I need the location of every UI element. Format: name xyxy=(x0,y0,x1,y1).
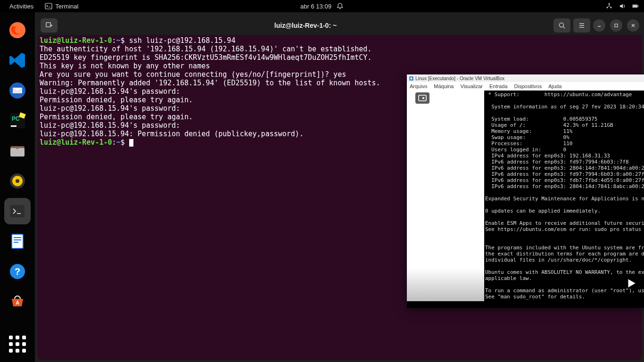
pip-body: * Support: https://ubuntu.com/advantage … xyxy=(407,90,644,301)
ubuntu-dock: PC ? A xyxy=(0,12,35,362)
svg-rect-30 xyxy=(615,24,618,27)
svg-rect-14 xyxy=(10,148,25,156)
volume-icon xyxy=(619,2,626,10)
dock-rhythmbox[interactable] xyxy=(4,168,31,194)
dock-terminal[interactable] xyxy=(4,198,31,224)
thunderbird-icon xyxy=(8,81,27,100)
dock-software[interactable]: A xyxy=(4,288,31,315)
activities-label: Activities xyxy=(9,3,33,10)
svg-rect-28 xyxy=(46,23,50,27)
menu-button[interactable] xyxy=(573,18,590,33)
vscode-icon xyxy=(8,51,27,70)
svg-rect-33 xyxy=(419,95,426,101)
search-button[interactable] xyxy=(553,18,570,33)
terminal-icon xyxy=(45,2,52,10)
vm-terminal-output: * Support: https://ubuntu.com/advantage … xyxy=(484,90,644,301)
apps-grid-icon xyxy=(9,336,26,353)
new-tab-icon xyxy=(45,22,53,29)
expand-icon xyxy=(418,95,427,101)
dock-pycharm[interactable]: PC xyxy=(4,107,31,134)
close-icon xyxy=(631,23,636,28)
system-status-area[interactable] xyxy=(605,2,639,10)
dock-thunderbird[interactable] xyxy=(4,77,31,104)
bell-icon[interactable] xyxy=(336,2,344,10)
vm-menu-maquina[interactable]: Máquina xyxy=(434,83,454,89)
vm-menu-ajuda[interactable]: Ajuda xyxy=(548,83,561,89)
pip-overlay[interactable]: Linux [Executando] - Oracle VM VirtualBo… xyxy=(407,74,644,308)
close-button[interactable] xyxy=(627,19,639,32)
minimize-icon xyxy=(597,23,602,28)
pip-play-button[interactable] xyxy=(625,277,637,293)
software-icon: A xyxy=(8,292,27,311)
dock-vscode[interactable] xyxy=(4,47,31,74)
svg-rect-20 xyxy=(12,234,23,248)
virtualbox-icon xyxy=(409,76,414,81)
svg-point-29 xyxy=(560,23,564,27)
hamburger-icon xyxy=(578,22,586,29)
window-title: luiz@luiz-Rev-1-0: ~ xyxy=(60,22,551,29)
vm-menu-entrada[interactable]: Entrada xyxy=(489,83,508,89)
network-icon xyxy=(605,2,613,10)
vm-menubar: Arquivo Máquina Visualizar Entrada Dispo… xyxy=(407,82,644,90)
vm-menu-visualizar[interactable]: Visualizar xyxy=(461,83,483,89)
pycharm-icon: PC xyxy=(8,111,27,130)
svg-rect-32 xyxy=(410,77,412,79)
pip-fade-overlay xyxy=(407,268,484,301)
svg-text:A: A xyxy=(16,300,19,305)
svg-rect-11 xyxy=(11,125,17,127)
pip-left-panel xyxy=(407,90,484,301)
search-icon xyxy=(558,22,566,29)
svg-text:?: ? xyxy=(15,266,20,277)
clock[interactable]: abr 6 13:09 xyxy=(300,3,331,10)
svg-rect-22 xyxy=(14,237,21,238)
svg-rect-23 xyxy=(14,239,21,240)
battery-icon xyxy=(632,2,639,10)
play-icon xyxy=(625,277,637,289)
gnome-top-bar: Activities Terminal abr 6 13:09 xyxy=(0,0,644,12)
vm-menu-arquivo[interactable]: Arquivo xyxy=(410,83,427,89)
activities-button[interactable]: Activities xyxy=(9,3,33,10)
dock-firefox[interactable] xyxy=(4,17,31,43)
svg-text:PC: PC xyxy=(12,115,20,122)
pip-expand-button[interactable] xyxy=(415,92,429,104)
help-icon: ? xyxy=(8,262,27,281)
svg-rect-6 xyxy=(638,6,639,7)
svg-rect-24 xyxy=(14,242,18,243)
dock-help[interactable]: ? xyxy=(4,258,31,285)
dock-writer[interactable] xyxy=(4,228,31,255)
svg-rect-5 xyxy=(633,5,637,7)
svg-point-18 xyxy=(16,179,19,183)
vm-window-titlebar: Linux [Executando] - Oracle VM VirtualBo… xyxy=(407,74,644,82)
vm-menu-dispositivos[interactable]: Dispositivos xyxy=(514,83,542,89)
writer-icon xyxy=(8,232,27,251)
vm-window-title: Linux [Executando] - Oracle VM VirtualBo… xyxy=(415,76,504,81)
rhythmbox-icon xyxy=(8,172,27,190)
maximize-icon xyxy=(614,23,619,28)
svg-rect-15 xyxy=(16,148,19,149)
pip-bottom-bar xyxy=(407,301,644,308)
new-tab-button[interactable] xyxy=(41,18,58,33)
current-app-menu[interactable]: Terminal xyxy=(45,2,78,10)
terminal-titlebar: luiz@luiz-Rev-1-0: ~ xyxy=(38,16,642,35)
firefox-icon xyxy=(8,21,27,40)
current-app-label: Terminal xyxy=(55,3,78,10)
show-applications[interactable] xyxy=(4,331,31,357)
minimize-button[interactable] xyxy=(593,19,605,32)
files-icon xyxy=(8,141,27,160)
dock-files[interactable] xyxy=(4,138,31,164)
maximize-button[interactable] xyxy=(610,19,622,32)
svg-rect-0 xyxy=(45,3,52,9)
svg-rect-19 xyxy=(10,205,25,217)
terminal-app-icon xyxy=(8,202,27,221)
